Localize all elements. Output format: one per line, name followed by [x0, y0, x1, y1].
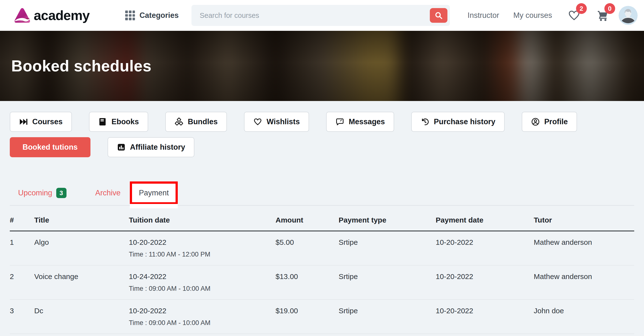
navbar-links: Instructor My courses 2 0: [468, 6, 638, 25]
cell-tutor: John doe: [534, 300, 634, 334]
cell-payment-date: 10-20-2022: [436, 231, 534, 266]
tab-payment[interactable]: Payment: [132, 184, 176, 202]
menu-button-label: Profile: [544, 118, 568, 126]
bar-chart-icon: [117, 143, 126, 152]
payments-table: # Title Tuition date Amount Payment type…: [10, 206, 634, 334]
table-row: 1 Algo 10-20-2022 Time : 11:00 AM - 12:0…: [10, 231, 634, 266]
tab-upcoming[interactable]: Upcoming 3: [18, 188, 66, 198]
upcoming-count-badge: 3: [56, 188, 66, 198]
table-header-row: # Title Tuition date Amount Payment type…: [10, 206, 634, 231]
menu-button-label: Bundles: [188, 118, 218, 126]
tuition-time: Time : 09:00 AM - 10:00 AM: [129, 319, 276, 327]
menu-button-bundles[interactable]: Bundles: [165, 112, 227, 132]
schedule-tabs: Upcoming 3 Archive Payment: [10, 181, 634, 206]
click-highlight-annotation: Payment: [130, 182, 178, 204]
menu-button-purchase-history[interactable]: Purchase history: [411, 112, 505, 132]
history-clock-icon: [420, 118, 429, 126]
grid-icon: [125, 10, 135, 20]
menu-button-label: Affiliate history: [130, 143, 185, 152]
tuition-date: 10-24-2022: [129, 272, 276, 281]
cell-title: Voice change: [34, 265, 129, 300]
tab-archive[interactable]: Archive: [95, 188, 120, 197]
col-header-payment-type: Payment type: [339, 206, 436, 231]
table-row: 2 Voice change 10-24-2022 Time : 09:00 A…: [10, 265, 634, 300]
tuition-date: 10-20-2022: [129, 306, 276, 316]
person-circle-icon: [531, 118, 540, 126]
wishlist-count-badge: 2: [576, 3, 587, 14]
col-header-tutor: Tutor: [534, 206, 634, 231]
col-header-payment-date: Payment date: [436, 206, 534, 231]
categories-menu-button[interactable]: Categories: [125, 10, 178, 20]
course-search-bar: [192, 5, 450, 26]
tuition-date: 10-20-2022: [129, 238, 276, 247]
col-header-tuition-date: Tuition date: [129, 206, 276, 231]
skip-forward-icon: [19, 118, 28, 126]
col-header-index: #: [10, 206, 34, 231]
cell-index: 3: [10, 300, 34, 334]
col-header-title: Title: [34, 206, 129, 231]
menu-button-wishlists[interactable]: Wishlists: [244, 112, 309, 132]
col-header-amount: Amount: [276, 206, 339, 231]
categories-label: Categories: [139, 11, 178, 20]
tab-payment-label: Payment: [139, 188, 169, 197]
top-navbar: academy Categories Instructor My courses…: [0, 0, 644, 31]
cell-amount: $5.00: [276, 231, 339, 266]
menu-button-label: Ebooks: [112, 118, 139, 126]
cell-tuition-date: 10-20-2022 Time : 11:00 AM - 12:00 PM: [129, 231, 276, 266]
tab-upcoming-label: Upcoming: [18, 188, 52, 197]
cell-title: Dc: [34, 300, 129, 334]
tuition-time: Time : 09:00 AM - 10:00 AM: [129, 285, 276, 293]
cart-count-badge: 0: [604, 3, 615, 14]
page-title: Booked schedules: [11, 57, 152, 75]
cell-payment-type: Srtipe: [339, 300, 436, 334]
cell-payment-date: 10-20-2022: [436, 265, 534, 300]
cell-payment-type: Srtipe: [339, 265, 436, 300]
cell-tuition-date: 10-20-2022 Time : 09:00 AM - 10:00 AM: [129, 300, 276, 334]
academy-logo[interactable]: academy: [14, 8, 90, 23]
account-menu-row-1: Courses Ebooks Bundles Wishlists M: [10, 112, 634, 132]
menu-button-messages[interactable]: Messages: [326, 112, 394, 132]
menu-button-label: Booked tutions: [22, 143, 78, 152]
nav-link-instructor[interactable]: Instructor: [468, 11, 499, 20]
menu-button-label: Wishlists: [266, 118, 300, 126]
menu-button-booked-tutions[interactable]: Booked tutions: [10, 137, 90, 157]
user-avatar[interactable]: [618, 6, 638, 25]
brand-name: academy: [34, 8, 90, 23]
menu-button-label: Messages: [349, 118, 385, 126]
tab-archive-label: Archive: [95, 188, 120, 197]
menu-button-label: Purchase history: [434, 118, 495, 126]
cell-payment-type: Srtipe: [339, 231, 436, 266]
search-icon: [434, 11, 443, 20]
cell-tuition-date: 10-24-2022 Time : 09:00 AM - 10:00 AM: [129, 265, 276, 300]
table-row: 3 Dc 10-20-2022 Time : 09:00 AM - 10:00 …: [10, 300, 634, 334]
heart-outline-icon: [253, 118, 262, 126]
page-hero-banner: Booked schedules: [0, 31, 644, 101]
menu-button-label: Courses: [32, 118, 62, 126]
menu-button-ebooks[interactable]: Ebooks: [89, 112, 148, 132]
cell-index: 1: [10, 231, 34, 266]
academy-logo-icon: [14, 8, 31, 23]
cell-tutor: Mathew anderson: [534, 231, 634, 266]
wishlist-button[interactable]: 2: [568, 9, 580, 22]
chat-bubble-icon: [336, 118, 344, 126]
cell-title: Algo: [34, 231, 129, 266]
search-button[interactable]: [430, 8, 448, 23]
menu-button-profile[interactable]: Profile: [522, 112, 577, 132]
cell-amount: $13.00: [276, 265, 339, 300]
book-icon: [98, 118, 107, 126]
cell-payment-date: 10-20-2022: [436, 300, 534, 334]
cell-tutor: Mathew anderson: [534, 265, 634, 300]
menu-button-courses[interactable]: Courses: [10, 112, 72, 132]
cell-amount: $19.00: [276, 300, 339, 334]
bundles-cubes-icon: [174, 118, 183, 126]
avatar-image: [618, 6, 638, 25]
menu-button-affiliate-history[interactable]: Affiliate history: [108, 137, 194, 157]
main-content: Courses Ebooks Bundles Wishlists M: [0, 112, 644, 334]
nav-link-my-courses[interactable]: My courses: [514, 11, 552, 20]
tuition-time: Time : 11:00 AM - 12:00 PM: [129, 250, 276, 258]
cart-button[interactable]: 0: [596, 9, 609, 22]
search-input[interactable]: [192, 5, 450, 26]
booked-schedules-page: academy Categories Instructor My courses…: [0, 0, 644, 336]
account-menu-row-2: Booked tutions Affiliate history: [10, 137, 634, 157]
cell-index: 2: [10, 265, 34, 300]
